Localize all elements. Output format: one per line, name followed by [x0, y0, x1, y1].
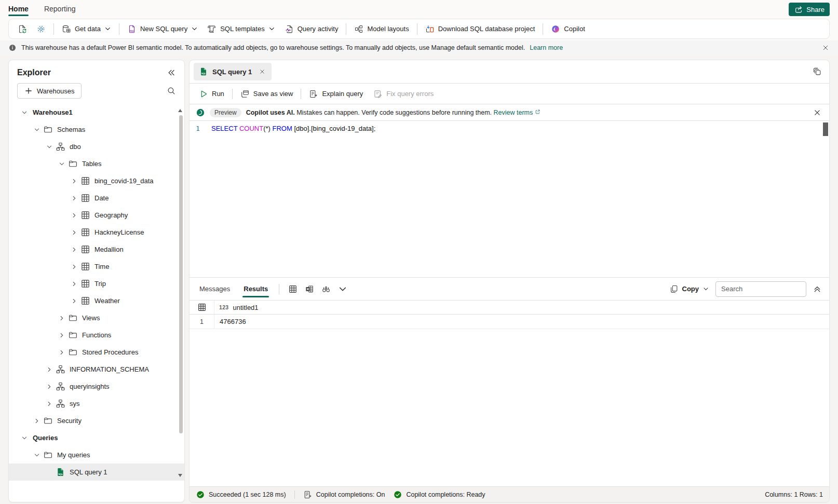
tree-item-schemas[interactable]: Schemas — [9, 121, 184, 138]
tree-item-sql-query-1[interactable]: SQLSQL query 1 — [9, 464, 184, 481]
tree-item-security[interactable]: Security — [9, 412, 184, 429]
toolbar-copilot-button[interactable]: Copilot — [546, 21, 589, 37]
results-tab-messages[interactable]: Messages — [197, 278, 233, 300]
open-in-excel-button[interactable] — [301, 281, 317, 297]
run-button[interactable]: Run — [194, 86, 229, 102]
tree-item-my-queries[interactable]: My queries — [9, 446, 184, 464]
tree-item-tables[interactable]: Tables — [9, 155, 184, 172]
sql-token-keyword: SELECT — [211, 125, 237, 132]
explorer-scrollbar[interactable] — [179, 115, 183, 433]
table-row[interactable]: 14766736 — [190, 315, 829, 329]
tree-item-dbo[interactable]: dbo — [9, 138, 184, 155]
tree-item-time[interactable]: Time — [9, 258, 184, 275]
database-icon — [62, 24, 71, 34]
column-header-untitled1[interactable]: 123untitled1 — [214, 301, 829, 314]
toolbar-sql-templates-button[interactable]: SQL templates — [202, 21, 280, 37]
chevron-right-icon[interactable] — [58, 349, 66, 356]
toolbar-query-activity-button[interactable]: Query activity — [280, 21, 343, 37]
chevron-right-icon[interactable] — [45, 366, 53, 373]
fix-query-errors-button[interactable]: Fix query errors — [368, 86, 439, 102]
code-editor[interactable]: 1 SELECT COUNT(*) FROM [dbo].[bing_covid… — [190, 121, 829, 277]
toolbar-settings-button[interactable] — [32, 21, 50, 37]
chevron-right-icon[interactable] — [45, 384, 53, 390]
chevron-right-icon[interactable] — [70, 195, 78, 201]
tree-item-warehouse1[interactable]: Warehouse1 — [9, 104, 184, 121]
save-as-view-icon — [240, 89, 250, 99]
review-terms-link[interactable]: Review terms — [494, 109, 533, 116]
chevron-down-icon[interactable] — [20, 435, 29, 441]
tree-item-label: HackneyLicense — [94, 228, 144, 236]
top-tab-reporting[interactable]: Reporting — [44, 0, 76, 18]
chevron-right-icon[interactable] — [58, 332, 66, 338]
toolbar-new-sql-query-button[interactable]: SQLNew SQL query — [123, 21, 202, 37]
tree-item-queryinsights[interactable]: queryinsights — [9, 378, 184, 395]
chevron-right-icon[interactable] — [70, 264, 78, 270]
schema-icon — [55, 399, 65, 408]
scrollbar-down-arrow[interactable] — [178, 474, 182, 477]
tree-item-weather[interactable]: Weather — [9, 292, 184, 309]
toolbar-get-data-button[interactable]: Get data — [57, 21, 116, 37]
query-editor-panel: SQL SQL query 1 Run Save as view Explain… — [189, 60, 830, 502]
tree-item-label: sys — [70, 400, 80, 407]
collapse-results-icon[interactable] — [813, 284, 822, 294]
explorer-header: Explorer — [9, 60, 184, 83]
chevron-down-icon[interactable] — [58, 161, 66, 167]
tree-item-hackneylicense[interactable]: HackneyLicense — [9, 224, 184, 241]
save-as-view-button[interactable]: Save as view — [235, 86, 299, 102]
tree-item-label: Functions — [82, 331, 111, 339]
tree-item-date[interactable]: Date — [9, 189, 184, 207]
collapse-explorer-icon[interactable] — [167, 68, 176, 77]
chevron-right-icon[interactable] — [70, 212, 78, 219]
chevron-right-icon[interactable] — [70, 178, 78, 184]
add-warehouses-button[interactable]: Warehouses — [17, 83, 82, 99]
chevron-down-icon[interactable] — [33, 127, 41, 133]
copy-button[interactable]: Copy — [669, 284, 710, 294]
chevron-right-icon[interactable] — [33, 418, 41, 424]
grid-view-button[interactable] — [285, 281, 301, 297]
tree-item-functions[interactable]: Functions — [9, 326, 184, 344]
chevron-right-icon[interactable] — [70, 247, 78, 253]
tree-item-sys[interactable]: sys — [9, 395, 184, 412]
chevron-right-icon[interactable] — [70, 229, 78, 236]
chevron-right-icon[interactable] — [45, 401, 53, 407]
chevron-right-icon[interactable] — [58, 315, 66, 321]
banner-close-icon[interactable] — [821, 44, 830, 52]
tree-item-medallion[interactable]: Medallion — [9, 241, 184, 258]
tree-item-geography[interactable]: Geography — [9, 207, 184, 224]
more-views-button[interactable] — [334, 281, 350, 297]
chevron-down-icon[interactable] — [33, 452, 41, 458]
scrollbar-up-arrow[interactable] — [178, 109, 182, 112]
inspect-button[interactable] — [318, 281, 334, 297]
tab-close-icon[interactable] — [256, 65, 268, 78]
tree-item-queries[interactable]: Queries — [9, 429, 184, 446]
duplicate-tab-icon[interactable] — [813, 67, 822, 76]
chevron-down-icon[interactable] — [20, 110, 29, 116]
chevron-right-icon[interactable] — [70, 281, 78, 287]
chevron-down-icon[interactable] — [45, 144, 53, 150]
results-search-input[interactable] — [715, 281, 806, 297]
toolbar-model-layouts-button[interactable]: Model layouts — [349, 21, 413, 37]
toolbar-download-sql-database-project-button[interactable]: Download SQL database project — [421, 21, 540, 37]
results-tab-results[interactable]: Results — [241, 278, 271, 300]
share-button[interactable]: Share — [789, 3, 830, 16]
copy-label: Copy — [682, 285, 699, 293]
tree-item-trip[interactable]: Trip — [9, 275, 184, 292]
top-tab-home[interactable]: Home — [8, 0, 29, 18]
tree-item-bing-covid-19-data[interactable]: bing_covid-19_data — [9, 172, 184, 189]
explain-query-button[interactable]: Explain query — [304, 86, 368, 102]
toolbar-refresh-button[interactable] — [13, 21, 32, 37]
copilot-banner-close-icon[interactable] — [813, 108, 822, 117]
folder-icon — [43, 450, 53, 460]
grid-corner[interactable] — [190, 301, 214, 314]
search-icon[interactable] — [167, 86, 176, 96]
toolbar-divider — [417, 23, 417, 35]
chevron-right-icon[interactable] — [70, 298, 78, 304]
tree-item-stored-procedures[interactable]: Stored Procedures — [9, 344, 184, 361]
tree-item-views[interactable]: Views — [9, 309, 184, 326]
code-line[interactable]: SELECT COUNT(*) FROM [dbo].[bing_covid-1… — [211, 124, 375, 277]
learn-more-link[interactable]: Learn more — [530, 44, 563, 51]
editor-scrollbar[interactable] — [823, 122, 828, 136]
excel-icon — [305, 284, 314, 294]
tab-sql-query-1[interactable]: SQL SQL query 1 — [194, 63, 272, 80]
tree-item-information-schema[interactable]: INFORMATION_SCHEMA — [9, 361, 184, 378]
